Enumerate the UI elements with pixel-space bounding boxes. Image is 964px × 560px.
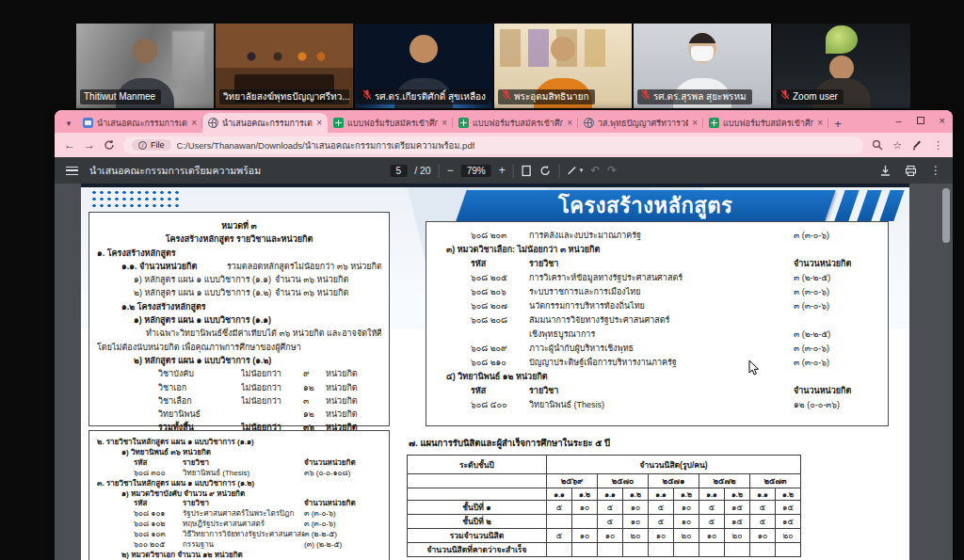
pen-extension-icon[interactable] bbox=[911, 139, 924, 152]
browser-tab[interactable]: นำเสนอคณะกรรมการเตรียมค...× bbox=[202, 113, 328, 133]
minimize-button[interactable]: – bbox=[895, 115, 901, 126]
participant-name: พระอุดมสิทธินายก bbox=[514, 89, 589, 104]
download-icon[interactable] bbox=[879, 165, 892, 177]
plan-table-cell: ๕ bbox=[598, 501, 623, 515]
plan-table-cell: ๕ bbox=[547, 529, 572, 543]
doc-line: ๖๐๘ ๒๐๙ภาวะผู้นำกับผู้บริหารเชิงพุทธ๓ (๓… bbox=[434, 342, 880, 356]
info-icon: i bbox=[138, 141, 147, 150]
doc-line: โดยไม่ต้องนับหน่วยกิต เพื่อคุณภาพการศึกษ… bbox=[97, 341, 381, 354]
doc-line: ๑.๒ โครงสร้างหลักสูตร bbox=[97, 300, 381, 313]
slide-title-banner: โครงสร้างหลักสูตร bbox=[456, 190, 835, 221]
tab-close-icon[interactable]: × bbox=[316, 118, 322, 128]
video-tile[interactable]: รศ.ดร.เกียรติศักดิ์ สุขเหลือง bbox=[355, 24, 492, 108]
zoom-in-button[interactable]: + bbox=[499, 164, 506, 177]
tab-favicon-globe-icon bbox=[584, 118, 594, 128]
doc-line: เชิงพุทธบูรณาการ๓ (๒-๒-๕) bbox=[434, 328, 880, 342]
plan-subcol-header: ๑.๒ bbox=[776, 488, 801, 501]
doc-line: วิชาเลือกไม่น้อยกว่า๓หน่วยกิต bbox=[97, 394, 381, 408]
video-tile[interactable]: วิทยาลัยสงฆ์พุทธปัญญาศรีทว... bbox=[216, 24, 353, 108]
annotate-pen-button[interactable]: ▾ bbox=[568, 165, 584, 176]
tab-search-chevron-icon[interactable]: ▾ bbox=[60, 114, 77, 133]
browser-window: ▾ นำเสนอคณะกรรมการเตรียมค...×นำเสนอคณะกร… bbox=[55, 110, 953, 560]
plan-year-header: ๒๕๗๑ bbox=[649, 474, 699, 488]
browser-tab[interactable]: นำเสนอคณะกรรมการเตรียมค...× bbox=[77, 113, 202, 133]
plan-subcol-header: ๑.๒ bbox=[725, 488, 750, 501]
pdf-page: โครงสร้างหลักสูตร หมวดที่ ๓โครงสร้างหลัก… bbox=[81, 184, 909, 560]
forward-icon[interactable]: → bbox=[84, 139, 95, 151]
zoom-level-input[interactable]: 79% bbox=[461, 165, 491, 177]
plan-table-cell: ๕ bbox=[649, 501, 674, 515]
browser-tab[interactable]: แบบฟอร์มรับสมัครเข้าศึกษาแ...× bbox=[703, 113, 828, 133]
search-icon[interactable] bbox=[872, 139, 883, 151]
video-tile[interactable]: พระอุดมสิทธินายก bbox=[494, 24, 632, 108]
doc-line: ๒) หลักสูตร แผน ๑ แบบวิชาการ (๑.๒)จำนวน … bbox=[97, 286, 381, 299]
doc-line: ๑) หมวดวิชาบังคับ จำนวน ๙ หน่วยกิต bbox=[97, 489, 381, 500]
plan-table-cell: ๑๐ bbox=[699, 529, 725, 543]
new-tab-button[interactable]: + bbox=[828, 114, 847, 133]
doc-line: โครงสร้างหลักสูตร รายวิชาและหน่วยกิต bbox=[97, 232, 381, 246]
pdf-title: นำเสนอคณะกรรมการเตรียมความพร้อม bbox=[89, 163, 261, 179]
tab-close-icon[interactable]: × bbox=[692, 118, 698, 128]
browser-menu-icon[interactable]: ⋮ bbox=[933, 139, 943, 152]
plan-table-cell: ๑๐ bbox=[623, 501, 649, 515]
mic-off-icon bbox=[502, 89, 511, 104]
plan-year-header: ๒๕๗๐ bbox=[598, 474, 649, 488]
browser-tab[interactable]: แบบฟอร์มรับสมัครเข้าศึกษาแ...× bbox=[328, 113, 453, 133]
participant-name: รศ.ดร.สุรพล สุยะพรหม bbox=[653, 89, 747, 104]
plan-table-cell: ๕ bbox=[547, 501, 572, 515]
plan-row-label: จำนวนนิสิตที่คาดว่าจะสำเร็จ bbox=[408, 543, 547, 557]
video-tile[interactable]: Thitiwut Manmee bbox=[76, 24, 214, 108]
participant-name-badge: พระอุดมสิทธินายก bbox=[498, 89, 595, 104]
plan-row-label: ชั้นปีที่ ๒ bbox=[408, 515, 547, 529]
video-tile[interactable]: Zoom user bbox=[773, 24, 910, 108]
plan-group-header: จำนวนนิสิต(รูป/คน) bbox=[547, 456, 801, 474]
back-icon[interactable]: ← bbox=[64, 139, 75, 151]
close-button[interactable]: × bbox=[940, 115, 945, 126]
plan-table-cell: ๑๐ bbox=[674, 515, 699, 529]
url-field[interactable]: i File C:/Users/Thanawan/Downloads/นำเสน… bbox=[123, 136, 863, 154]
doc-line: ๒) หลักสูตร แผน ๑ แบบวิชาการ (๑.๒) bbox=[97, 354, 381, 367]
doc-line: ๖๐๘ ๒๐๓การคลังและงบประมาณภาครัฐ๓ (๓-๐-๖) bbox=[434, 229, 880, 243]
tab-title: แบบฟอร์มรับสมัครเข้าศึกษาแ... bbox=[347, 117, 438, 130]
pdf-more-icon[interactable]: ⋮ bbox=[930, 164, 941, 177]
plan-table-cell: ๕ bbox=[750, 515, 776, 529]
participant-name-badge: Thitiwut Manmee bbox=[80, 89, 161, 104]
doc-line: ๖๐๘ ๑๐๒ทฤษฎีรัฐประศาสนศาสตร์๓ (๓-๐-๖) bbox=[97, 520, 381, 530]
reload-icon[interactable] bbox=[104, 139, 115, 151]
file-scheme-chip[interactable]: i File bbox=[132, 139, 171, 151]
plan-table-cell: ๒๐ bbox=[725, 529, 750, 543]
rotate-icon[interactable] bbox=[539, 165, 552, 177]
plan11-courses-box: ๒. รายวิชาในหลักสูตร แผน ๑ แบบวิชาการ (๑… bbox=[88, 430, 390, 560]
plan-table-cell: ๒๐ bbox=[776, 529, 801, 543]
browser-tab[interactable]: วส.พุทธปัญญาศรีทวารวดี/มจร× bbox=[578, 113, 703, 133]
undo-button[interactable]: ↶ bbox=[590, 164, 600, 177]
plan-table-cell: ๑๐ bbox=[649, 529, 674, 543]
participant-name: Zoom user bbox=[793, 89, 838, 104]
plan-table-cell: ๑๕ bbox=[725, 501, 750, 515]
pdf-scrollbar-thumb[interactable] bbox=[942, 188, 950, 243]
bookmark-star-icon[interactable]: ☆ bbox=[892, 139, 902, 152]
tab-close-icon[interactable]: × bbox=[442, 118, 447, 128]
redo-button[interactable]: ↷ bbox=[607, 164, 617, 177]
screen: Thitiwut Manmeeวิทยาลัยสงฆ์พุทธปัญญาศรีท… bbox=[0, 0, 964, 560]
plan-year-header: ๒๕๗๒ bbox=[699, 474, 750, 488]
zoom-out-button[interactable]: − bbox=[447, 164, 454, 177]
pdf-menu-icon[interactable] bbox=[66, 167, 78, 175]
fit-page-icon[interactable] bbox=[522, 165, 532, 177]
plan-table-cell bbox=[750, 543, 776, 557]
doc-line: ๔) วิทยานิพนธ์ ๑๒ หน่วยกิต bbox=[434, 370, 880, 384]
plan-table-cell bbox=[725, 543, 750, 557]
tab-close-icon[interactable]: × bbox=[567, 118, 572, 128]
video-tile[interactable]: รศ.ดร.สุรพล สุยะพรหม bbox=[634, 24, 771, 108]
tab-close-icon[interactable]: × bbox=[191, 118, 197, 128]
tab-close-icon[interactable]: × bbox=[817, 118, 823, 128]
page-number-input[interactable]: 5 bbox=[391, 165, 408, 177]
doc-line: หมวดที่ ๓ bbox=[97, 219, 381, 232]
maximize-button[interactable] bbox=[917, 117, 924, 124]
print-icon[interactable] bbox=[905, 165, 917, 177]
structure-box: หมวดที่ ๓โครงสร้างหลักสูตร รายวิชาและหน่… bbox=[88, 212, 390, 426]
file-scheme-label: File bbox=[151, 140, 165, 150]
browser-tab[interactable]: แบบฟอร์มรับสมัครเข้าศึกษาแ...× bbox=[453, 113, 578, 133]
tab-title: แบบฟอร์มรับสมัครเข้าศึกษาแ... bbox=[723, 117, 813, 130]
doc-line: ทำเฉพาะวิทยานิพนธ์ซึ่งมีค่าเทียบได้ ๓๖ ห… bbox=[97, 327, 381, 340]
